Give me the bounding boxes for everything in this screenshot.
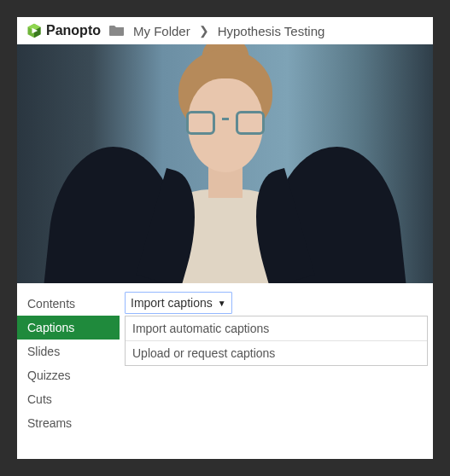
breadcrumb-folder[interactable]: My Folder: [133, 24, 190, 38]
header-bar: Panopto My Folder ❯ Hypothesis Testing: [17, 17, 433, 44]
brand-logo: Panopto: [26, 22, 101, 39]
option-upload-or-request[interactable]: Upload or request captions: [126, 341, 427, 365]
tab-cuts[interactable]: Cuts: [17, 387, 120, 411]
tab-contents[interactable]: Contents: [17, 292, 120, 316]
tab-slides[interactable]: Slides: [17, 340, 120, 363]
tab-captions[interactable]: Captions: [17, 316, 120, 340]
lens-right: [236, 111, 265, 135]
editor-panel: Panopto My Folder ❯ Hypothesis Testing C…: [17, 17, 433, 459]
lower-pane: Contents Captions Slides Quizzes Cuts St…: [17, 283, 433, 459]
video-preview[interactable]: [17, 44, 433, 283]
brand-name: Panopto: [46, 23, 101, 38]
captions-pane: Import captions ▼ Import automatic capti…: [120, 283, 433, 459]
editor-tabs: Contents Captions Slides Quizzes Cuts St…: [17, 283, 120, 459]
caret-down-icon: ▼: [218, 299, 226, 308]
tab-quizzes[interactable]: Quizzes: [17, 363, 120, 387]
tab-streams[interactable]: Streams: [17, 411, 120, 435]
breadcrumb-page: Hypothesis Testing: [218, 24, 325, 38]
lens-left: [186, 111, 215, 135]
option-import-automatic[interactable]: Import automatic captions: [126, 316, 427, 341]
import-captions-dropdown[interactable]: Import captions ▼: [125, 292, 232, 314]
dropdown-label: Import captions: [131, 296, 213, 310]
person-glasses: [186, 111, 265, 135]
chevron-right-icon: ❯: [199, 24, 209, 38]
import-captions-menu: Import automatic captions Upload or requ…: [125, 316, 428, 366]
panopto-logo-icon: [26, 22, 43, 39]
folder-icon: [109, 24, 125, 38]
glasses-bridge: [222, 118, 229, 120]
